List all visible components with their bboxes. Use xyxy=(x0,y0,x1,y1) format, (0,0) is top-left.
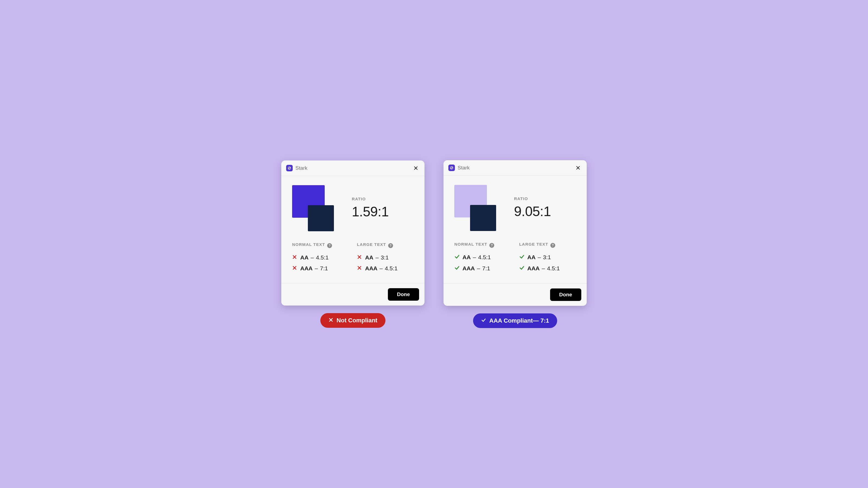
done-button[interactable]: Done xyxy=(550,289,582,301)
panel-header: Stark xyxy=(281,161,425,176)
close-icon xyxy=(576,165,581,170)
normal-text-header: NORMAL TEXT ? xyxy=(454,242,511,249)
done-button[interactable]: Done xyxy=(388,288,420,301)
help-icon[interactable]: ? xyxy=(550,243,555,248)
large-text-label: LARGE TEXT xyxy=(357,242,386,247)
ratio-value: 1.59:1 xyxy=(352,204,414,220)
threshold-label: 3:1 xyxy=(543,254,551,260)
level-label: AA xyxy=(527,254,535,260)
close-button[interactable] xyxy=(574,164,582,172)
ratio-block: RATIO 1.59:1 xyxy=(352,197,414,220)
threshold-label: 4.5:1 xyxy=(478,254,491,260)
status-icon xyxy=(519,254,525,261)
criteria-normal-aa: AA – 4.5:1 xyxy=(454,254,511,261)
panel-header: Stark xyxy=(443,160,587,176)
panel-body: RATIO 9.05:1 NORMAL TEXT ? AA – 4.5:1 xyxy=(443,176,587,283)
help-icon[interactable]: ? xyxy=(489,243,494,248)
panel-footer: Done xyxy=(443,283,587,306)
criteria-large-aaa: AAA – 4.5:1 xyxy=(357,265,414,272)
level-label: AA xyxy=(365,254,373,261)
status-icon xyxy=(454,265,460,272)
help-icon[interactable]: ? xyxy=(327,243,332,248)
criteria-grid: NORMAL TEXT ? AA – 4.5:1 AAA – 7:1 LARGE… xyxy=(454,242,576,276)
badge-icon xyxy=(329,317,333,324)
threshold-label: 7:1 xyxy=(482,265,490,271)
close-button[interactable] xyxy=(412,164,420,172)
panel-group-left: Stark RATIO 1.59:1 NORMAL TEXT xyxy=(281,161,425,328)
stark-logo-icon xyxy=(448,165,455,171)
svg-line-15 xyxy=(451,167,453,169)
help-icon[interactable]: ? xyxy=(388,243,393,248)
compliance-badge: AAA Compliant— 7:1 xyxy=(473,314,557,328)
svg-line-1 xyxy=(289,167,290,169)
criteria-large-aaa: AAA – 4.5:1 xyxy=(519,265,576,272)
app-title: Stark xyxy=(458,165,574,171)
stark-logo-icon xyxy=(286,165,293,171)
large-text-label: LARGE TEXT xyxy=(519,242,548,247)
compliance-badge: Not Compliant xyxy=(320,313,385,328)
ratio-label: RATIO xyxy=(514,196,576,201)
panel-footer: Done xyxy=(281,283,425,305)
normal-text-label: NORMAL TEXT xyxy=(292,242,325,247)
close-icon xyxy=(413,166,418,170)
badge-text: Not Compliant xyxy=(337,317,377,324)
app-title: Stark xyxy=(296,165,412,171)
large-text-header: LARGE TEXT ? xyxy=(357,242,414,250)
panel-body: RATIO 1.59:1 NORMAL TEXT ? AA – 4.5:1 xyxy=(281,176,425,283)
threshold-label: 7:1 xyxy=(320,265,328,271)
panel-group-right: Stark RATIO 9.05:1 NORMAL TEXT xyxy=(443,160,587,328)
ratio-label: RATIO xyxy=(352,197,414,201)
level-label: AAA xyxy=(463,265,475,271)
normal-text-label: NORMAL TEXT xyxy=(454,242,487,247)
swatch-foreground[interactable] xyxy=(470,205,496,231)
threshold-label: 3:1 xyxy=(381,254,389,261)
badge-icon xyxy=(481,317,486,324)
ratio-row: RATIO 9.05:1 xyxy=(454,185,576,231)
criteria-normal-aa: AA – 4.5:1 xyxy=(292,254,349,261)
threshold-label: 4.5:1 xyxy=(385,265,398,271)
threshold-label: 4.5:1 xyxy=(316,254,329,261)
color-swatches xyxy=(454,185,500,231)
ratio-row: RATIO 1.59:1 xyxy=(292,185,414,231)
criteria-normal-aaa: AAA – 7:1 xyxy=(454,265,511,272)
level-label: AA xyxy=(300,254,308,261)
status-icon xyxy=(292,265,298,272)
status-icon xyxy=(357,265,362,272)
level-label: AAA xyxy=(527,265,540,271)
normal-text-header: NORMAL TEXT ? xyxy=(292,242,349,250)
criteria-normal-aaa: AAA – 7:1 xyxy=(292,265,349,272)
badge-text: AAA Compliant— 7:1 xyxy=(489,317,549,324)
ratio-value: 9.05:1 xyxy=(514,204,576,219)
contrast-panel: Stark RATIO 9.05:1 NORMAL TEXT xyxy=(443,160,587,306)
threshold-label: 4.5:1 xyxy=(547,265,560,271)
status-icon xyxy=(454,254,460,261)
ratio-block: RATIO 9.05:1 xyxy=(514,196,576,219)
status-icon xyxy=(357,254,362,261)
large-text-header: LARGE TEXT ? xyxy=(519,242,576,249)
level-label: AA xyxy=(463,254,471,260)
criteria-large-aa: AA – 3:1 xyxy=(519,254,576,261)
level-label: AAA xyxy=(300,265,313,271)
status-icon xyxy=(292,254,298,261)
status-icon xyxy=(519,265,525,272)
criteria-grid: NORMAL TEXT ? AA – 4.5:1 AAA – 7:1 LARGE… xyxy=(292,242,414,276)
level-label: AAA xyxy=(365,265,378,271)
criteria-large-aa: AA – 3:1 xyxy=(357,254,414,261)
swatch-foreground[interactable] xyxy=(308,205,334,231)
contrast-panel: Stark RATIO 1.59:1 NORMAL TEXT xyxy=(281,161,425,305)
color-swatches xyxy=(292,185,338,231)
